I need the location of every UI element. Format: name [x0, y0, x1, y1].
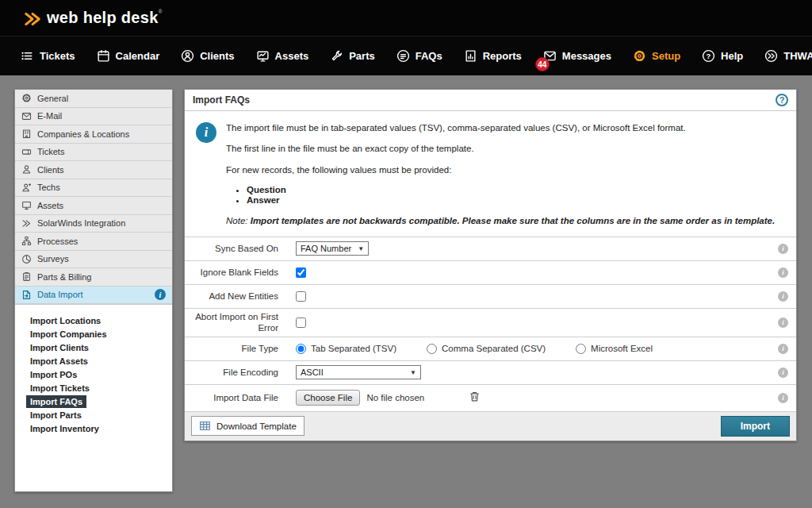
setup-sidebar: General E-Mail Companies & Locations Tic…: [14, 89, 173, 492]
nav-label: Assets: [275, 50, 309, 62]
row-info-icon[interactable]: i: [778, 267, 788, 278]
row-info-icon[interactable]: i: [778, 344, 788, 354]
sidebar-item-general[interactable]: General: [15, 90, 172, 108]
monitor-icon: [21, 200, 32, 210]
subitem-import-locations[interactable]: Import Locations: [26, 314, 105, 327]
nav-item-help[interactable]: ? Help: [702, 49, 743, 63]
calendar-icon: [97, 49, 110, 63]
file-type-csv-radio[interactable]: [427, 344, 437, 354]
import-faqs-panel: Import FAQs ? i The import file must be …: [184, 89, 797, 441]
sidebar-item-parts-billing[interactable]: Parts & Billing: [15, 268, 172, 287]
subitem-import-faqs[interactable]: Import FAQs: [26, 395, 86, 408]
subitem-import-parts[interactable]: Import Parts: [26, 409, 86, 421]
subitem-import-tickets[interactable]: Import Tickets: [26, 382, 94, 394]
subitem-import-assets[interactable]: Import Assets: [26, 355, 92, 368]
field-label: Import Data File: [185, 392, 288, 403]
nav-item-setup[interactable]: Setup: [633, 49, 680, 63]
nav-label: Reports: [483, 50, 522, 62]
add-new-entities-checkbox[interactable]: [296, 291, 306, 302]
nav-label: Messages: [562, 50, 611, 62]
nav-item-faqs[interactable]: FAQs: [396, 49, 442, 63]
sidebar-item-label: Surveys: [37, 254, 69, 264]
select-value: ASCII: [301, 368, 324, 377]
sidebar-item-surveys[interactable]: Surveys: [15, 251, 172, 269]
nav-item-tickets[interactable]: Tickets: [21, 49, 75, 63]
row-info-icon[interactable]: i: [778, 368, 788, 378]
info-line-1: The import file must be in tab-separated…: [226, 122, 783, 133]
sidebar-item-processes[interactable]: Processes: [15, 233, 172, 251]
sidebar-item-companies-locations[interactable]: Companies & Locations: [15, 125, 172, 144]
field-label: File Encoding: [185, 367, 288, 378]
subitem-import-inventory[interactable]: Import Inventory: [26, 422, 103, 435]
row-info-icon[interactable]: i: [778, 291, 788, 302]
sidebar-item-clients[interactable]: Clients: [15, 161, 172, 179]
nav-item-calendar[interactable]: Calendar: [97, 49, 160, 63]
envelope-icon: [21, 111, 32, 121]
row-ignore-blank-fields: Ignore Blank Fields i: [185, 260, 796, 284]
sidebar-item-techs[interactable]: Techs: [15, 179, 172, 198]
nav-item-reports[interactable]: Reports: [464, 49, 522, 63]
sidebar-item-label: General: [37, 94, 68, 103]
nav-item-messages[interactable]: 44 Messages: [543, 49, 611, 63]
sidebar-item-email[interactable]: E-Mail: [15, 108, 172, 126]
file-encoding-select[interactable]: ASCII ▼: [296, 365, 421, 379]
flowchart-icon: [21, 236, 32, 246]
clear-file-button[interactable]: [469, 391, 481, 405]
note-text: Import templates are not backwards compa…: [251, 216, 775, 225]
pie-chart-icon: [21, 254, 32, 264]
help-circle-icon: ?: [702, 49, 715, 63]
subitem-import-companies[interactable]: Import Companies: [26, 328, 111, 341]
sync-based-on-select[interactable]: FAQ Number ▼: [296, 241, 369, 256]
tech-person-icon: [21, 183, 32, 193]
solarwinds-logo-icon: [24, 9, 41, 28]
subitem-import-clients[interactable]: Import Clients: [26, 341, 93, 354]
download-template-button[interactable]: Download Template: [191, 416, 304, 436]
required-value: Answer: [247, 195, 783, 206]
ignore-blank-fields-checkbox[interactable]: [296, 267, 306, 278]
subitem-import-pos[interactable]: Import POs: [26, 368, 81, 381]
ticket-icon: [21, 147, 32, 157]
row-import-data-file: Import Data File Choose File No file cho…: [185, 384, 796, 411]
sidebar-item-label: SolarWinds Integration: [37, 218, 125, 228]
sidebar-item-tickets[interactable]: Tickets: [15, 144, 172, 162]
building-icon: [21, 129, 32, 139]
gear-icon: [633, 49, 646, 63]
nav-item-assets[interactable]: Assets: [256, 49, 309, 63]
radio-label: Comma Separated (CSV): [442, 344, 546, 353]
info-section: i The import file must be in tab-separat…: [185, 111, 796, 237]
faq-list-circle-icon: [396, 49, 410, 63]
row-info-icon[interactable]: i: [778, 244, 788, 254]
main-nav: Tickets Calendar Clients Assets Parts FA…: [0, 36, 812, 75]
sidebar-item-label: Parts & Billing: [37, 272, 91, 282]
import-button[interactable]: Import: [721, 416, 790, 437]
sidebar-item-data-import[interactable]: Data Import i: [15, 287, 172, 305]
row-sync-based-on: Sync Based On FAQ Number ▼ i: [185, 237, 796, 260]
file-type-tsv-radio[interactable]: [296, 344, 306, 354]
logo[interactable]: web help desk®: [24, 9, 163, 28]
row-info-icon[interactable]: i: [778, 393, 788, 403]
gear-icon: [21, 93, 32, 103]
row-info-icon[interactable]: i: [778, 318, 788, 328]
file-chosen-status: No file chosen: [366, 393, 424, 402]
clipboard-icon: [21, 271, 32, 282]
sidebar-item-label: E-Mail: [37, 111, 62, 121]
file-type-excel-radio[interactable]: [576, 344, 586, 354]
nav-item-thwack[interactable]: THWACK: [764, 49, 812, 63]
data-import-info-icon[interactable]: i: [155, 289, 166, 300]
field-label: Sync Based On: [185, 243, 288, 254]
wrench-icon: [330, 49, 343, 63]
choose-file-button[interactable]: Choose File: [296, 390, 360, 406]
nav-item-parts[interactable]: Parts: [330, 49, 375, 63]
sidebar-item-label: Tickets: [37, 147, 64, 156]
sidebar-item-solarwinds-integration[interactable]: SolarWinds Integration: [15, 215, 172, 233]
nav-label: Calendar: [116, 50, 160, 62]
logo-text: web help desk: [47, 9, 159, 26]
abort-import-checkbox[interactable]: [296, 318, 306, 328]
nav-label: Clients: [200, 50, 234, 62]
sidebar-item-assets[interactable]: Assets: [15, 197, 172, 215]
tickets-list-icon: [21, 49, 34, 63]
solarwinds-chevrons-icon: [21, 218, 32, 229]
panel-help-icon[interactable]: ?: [776, 94, 788, 106]
monitor-icon: [256, 49, 270, 63]
nav-item-clients[interactable]: Clients: [181, 49, 234, 63]
